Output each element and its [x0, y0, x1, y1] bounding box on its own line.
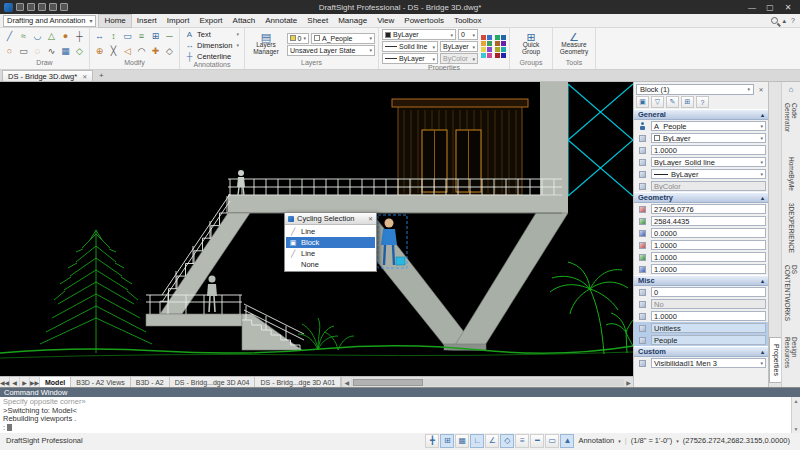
bush[interactable]	[298, 318, 354, 350]
position-y-field[interactable]: 2584.4435	[651, 216, 766, 226]
tab-manage[interactable]: Manage	[333, 14, 372, 28]
scroll-right-icon[interactable]: ▶	[624, 379, 633, 386]
command-scrollbar[interactable]: ▲▼	[791, 397, 800, 433]
drawing-canvas[interactable]: Cycling Selection ✕ ╱ Line ▣ Block	[0, 82, 633, 376]
quick-group-button[interactable]: ⊞ Quick Group	[513, 34, 549, 55]
unit-factor-field[interactable]: 1.0000	[651, 311, 766, 321]
hatch-tool-icon[interactable]: ▦	[59, 45, 72, 58]
circle-tool-icon[interactable]: ○	[3, 45, 16, 58]
color-palette-icon[interactable]	[481, 35, 492, 58]
truss-lines[interactable]	[568, 84, 633, 196]
undo-icon[interactable]	[49, 3, 57, 11]
snap-icon[interactable]: ⊞	[440, 434, 454, 448]
tab-toolbox[interactable]: Toolbox	[449, 14, 487, 28]
settings-icon[interactable]: ⊞	[681, 96, 694, 108]
layer-state-combo[interactable]: Unsaved Layer State	[287, 45, 375, 56]
position-x-field[interactable]: 27405.0776	[651, 204, 766, 214]
pointer-coords-icon[interactable]: ╋	[425, 434, 439, 448]
polar-icon[interactable]: ∠	[485, 434, 499, 448]
menu-item-block[interactable]: ▣ Block	[286, 237, 375, 248]
offset-tool-icon[interactable]: ≡	[135, 30, 148, 43]
scale-z-field[interactable]: 1.0000	[651, 264, 766, 274]
rotate-tool-icon[interactable]: ⊕	[93, 45, 106, 58]
new-tab-button[interactable]: +	[95, 70, 107, 81]
chevron-down-icon[interactable]: ▾	[676, 438, 679, 444]
menu-item-line-2[interactable]: ╱ Line	[286, 248, 375, 259]
annotation-mode-label[interactable]: Annotation	[578, 436, 614, 445]
maximize-button[interactable]: ▢	[762, 3, 778, 12]
lineweight-field[interactable]: ByLayer	[651, 169, 766, 179]
help-icon[interactable]: ?	[791, 17, 795, 24]
tab-homebyme[interactable]: HomeByMe	[788, 154, 795, 194]
person-on-landing[interactable]	[207, 276, 217, 313]
layer-zero-combo[interactable]: 0	[287, 33, 309, 44]
rectangle-tool-icon[interactable]: ▭	[17, 45, 30, 58]
document-tab[interactable]: DS - Bridge 3D.dwg* ✕	[2, 70, 93, 81]
annotation-scale-icon[interactable]: ▲	[560, 434, 574, 448]
help-icon[interactable]: ?	[696, 96, 709, 108]
array-tool-icon[interactable]: ⊞	[149, 30, 162, 43]
entity-selector-combo[interactable]: Block (1)	[636, 84, 754, 95]
scroll-thumb[interactable]	[353, 379, 423, 386]
layers-manager-button[interactable]: ▤ Layers Manager	[248, 34, 284, 55]
ortho-icon[interactable]: ∟	[470, 434, 484, 448]
scale-y-field[interactable]: 1.0000	[651, 252, 766, 262]
color-field[interactable]: ByLayer	[651, 133, 766, 143]
linestyle-field[interactable]: ByLayer Solid line	[651, 157, 766, 167]
erase-tool-icon[interactable]: ◇	[163, 45, 176, 58]
grid-icon[interactable]: ▦	[455, 434, 469, 448]
arc-tool-icon[interactable]: ◡	[31, 30, 44, 43]
linestyle2-combo[interactable]: ByLayer	[440, 41, 478, 52]
move-tool-icon[interactable]: ↔	[93, 30, 106, 43]
tree-right[interactable]	[550, 262, 633, 354]
section-custom[interactable]: Custom	[634, 346, 768, 357]
line-tool-icon[interactable]: ╱	[3, 30, 16, 43]
tab-properties[interactable]: Properties	[769, 337, 781, 383]
tab-insert[interactable]: Insert	[132, 14, 162, 28]
tab-annotate[interactable]: Annotate	[260, 14, 302, 28]
fillet-tool-icon[interactable]: ◠	[135, 45, 148, 58]
tab-view[interactable]: View	[372, 14, 399, 28]
esnap-icon[interactable]: ◇	[500, 434, 514, 448]
text-button[interactable]: A Text ▾	[183, 29, 241, 39]
explode-tool-icon[interactable]: ✚	[149, 45, 162, 58]
linescale-field[interactable]: 1.0000	[651, 145, 766, 155]
menu-item-none[interactable]: None	[286, 259, 375, 270]
layer-field[interactable]: A_People	[651, 121, 766, 131]
visibility-field[interactable]: VisibilidadI1 Men 3	[651, 358, 766, 368]
tab-export[interactable]: Export	[194, 14, 227, 28]
sheet-tab-bridge-a01[interactable]: DS - Bridg...dge 3D A01	[255, 377, 341, 387]
diamond-tool-icon[interactable]: ◇	[73, 45, 86, 58]
tab-attach[interactable]: Attach	[228, 14, 261, 28]
app-icon[interactable]	[4, 3, 13, 12]
polyline-tool-icon[interactable]: ≈	[17, 30, 30, 43]
next-sheet-icon[interactable]: ▶	[20, 377, 30, 387]
spline-tool-icon[interactable]: ∿	[45, 45, 58, 58]
dimension-button[interactable]: ↔ Dimension ▾	[183, 40, 241, 50]
redo-icon[interactable]	[60, 3, 68, 11]
horizontal-scrollbar[interactable]: ◀ ▶	[341, 377, 633, 387]
close-tab-icon[interactable]: ✕	[82, 73, 87, 80]
sheet-tab-b3d-a2-views[interactable]: B3D - A2 Views	[71, 377, 131, 387]
tab-ds-contentworks[interactable]: DS CONTENTWORKS	[784, 262, 798, 328]
tab-home[interactable]: Home	[98, 14, 131, 28]
tab-3dexperience[interactable]: 3DEXPERIENCE	[788, 200, 795, 256]
last-sheet-icon[interactable]: ▶▶	[30, 377, 40, 387]
linestyle-combo[interactable]: Solid line	[382, 41, 438, 52]
sheet-tab-model[interactable]: Model	[40, 377, 71, 387]
stretch-tool-icon[interactable]: ─	[163, 30, 176, 43]
active-layer-combo[interactable]: A_People	[311, 33, 375, 44]
home-icon[interactable]: ⌂	[789, 85, 794, 94]
tab-code-generator[interactable]: Code Generator	[784, 100, 798, 148]
centermark-tool-icon[interactable]: ┼	[73, 30, 86, 43]
lineweight-toggle-icon[interactable]: ━	[530, 434, 544, 448]
lineweight-value-combo[interactable]: 0	[458, 29, 478, 40]
tab-design-resources[interactable]: Design Resources	[784, 334, 798, 387]
print-area-icon[interactable]: ▭	[545, 434, 559, 448]
save-icon[interactable]	[38, 3, 46, 11]
eyedropper-icon[interactable]: ✎	[666, 96, 679, 108]
tab-sheet[interactable]: Sheet	[302, 14, 333, 28]
person-on-deck[interactable]	[237, 170, 245, 195]
section-misc[interactable]: Misc	[634, 275, 768, 286]
position-z-field[interactable]: 0.0000	[651, 228, 766, 238]
